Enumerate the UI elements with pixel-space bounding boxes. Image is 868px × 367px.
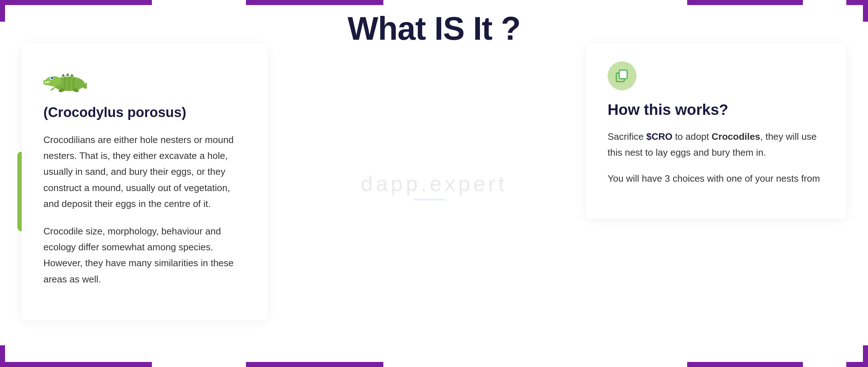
page-title: What IS It ? (0, 10, 868, 47)
bottom-bar-center (246, 362, 383, 367)
crocodile-icon (43, 61, 87, 98)
svg-marker-11 (70, 74, 74, 77)
corner-bracket-br (846, 345, 868, 367)
copy-layers-icon (614, 68, 630, 84)
svg-point-4 (51, 77, 53, 79)
top-bar-left (0, 0, 152, 5)
svg-rect-6 (45, 81, 46, 83)
corner-bracket-bl (0, 345, 22, 367)
species-name: (Crocodylus porosus) (43, 105, 246, 120)
svg-rect-7 (47, 81, 48, 83)
svg-rect-18 (619, 70, 627, 79)
how-text-before: Sacrifice (608, 131, 646, 142)
top-bar-center (246, 0, 383, 5)
how-second-line: You will have 3 choices with one of your… (608, 170, 825, 186)
top-bar-right (687, 0, 803, 5)
bottom-bar-left (0, 362, 152, 367)
svg-marker-10 (66, 73, 69, 76)
description-paragraph-1: Crocodilians are either hole nesters or … (43, 132, 246, 212)
how-works-title: How this works? (608, 101, 825, 118)
svg-rect-8 (48, 81, 50, 83)
cro-token: $CRO (646, 131, 672, 142)
svg-marker-9 (61, 74, 65, 77)
bottom-bar-right (687, 362, 803, 367)
green-circle-icon (608, 61, 637, 90)
dapp-watermark: dapp.expert (361, 171, 507, 196)
how-works-text: Sacrifice $CRO to adopt Crocodiles, they… (608, 129, 825, 160)
description-paragraph-2: Crocodile size, morphology, behaviour an… (43, 223, 246, 287)
left-card: (Crocodylus porosus) Crocodilians are ei… (22, 43, 268, 320)
svg-point-5 (52, 77, 52, 78)
right-card: How this works? Sacrifice $CRO to adopt … (586, 43, 846, 219)
